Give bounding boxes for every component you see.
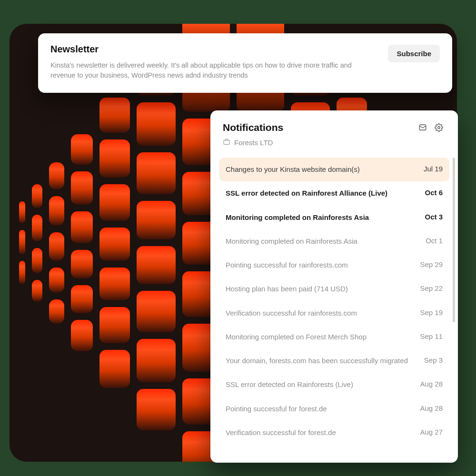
notification-message: Hosting plan has been paid (714 USD) <box>226 284 412 294</box>
notifications-list: Changes to your Kinsta website domain(s)… <box>219 158 449 445</box>
notification-message: Verification successful for rainforests.… <box>226 308 412 318</box>
notifications-title: Notifications <box>223 122 413 133</box>
scrollbar[interactable] <box>453 158 455 457</box>
gear-icon[interactable] <box>432 121 446 134</box>
notification-item[interactable]: Pointing successful for rainforests.comS… <box>219 253 449 277</box>
notification-item[interactable]: Verification successful for rainforests.… <box>219 301 449 325</box>
svg-rect-1 <box>224 140 229 145</box>
notification-item[interactable]: Monitoring completed on Rainforests Asia… <box>219 206 449 229</box>
notification-date: Sep 19 <box>420 308 443 317</box>
notification-item[interactable]: Changes to your Kinsta website domain(s)… <box>219 158 449 181</box>
notification-date: Aug 28 <box>420 404 443 412</box>
notification-date: Oct 1 <box>426 237 443 245</box>
notification-message: Changes to your Kinsta website domain(s) <box>226 165 416 174</box>
mail-icon[interactable] <box>416 121 429 134</box>
notification-date: Sep 29 <box>420 260 443 268</box>
notification-item[interactable]: Verification successful for forest.deAug… <box>219 421 449 445</box>
newsletter-description: Kinsta's newsletter is delivered weekly.… <box>50 60 374 80</box>
notification-message: SSL error detected on Rainforests (Live) <box>226 380 412 389</box>
svg-point-0 <box>438 127 440 129</box>
notification-message: Monitoring completed on Rainforests Asia <box>226 237 418 246</box>
notification-date: Oct 3 <box>425 213 443 221</box>
notification-message: Pointing successful for rainforests.com <box>226 260 412 270</box>
newsletter-title: Newsletter <box>50 44 378 55</box>
subscribe-button[interactable]: Subscribe <box>388 45 440 62</box>
notification-item[interactable]: Your domain, forests.com has been succes… <box>219 349 449 373</box>
notification-date: Oct 6 <box>425 188 443 197</box>
notification-message: Monitoring completed on Forest Merch Sho… <box>226 332 412 342</box>
notifications-panel: Notifications <box>210 110 458 463</box>
notification-date: Sep 3 <box>424 356 443 364</box>
notification-item[interactable]: Monitoring completed on Rainforests Asia… <box>219 229 449 253</box>
notification-message: Verification successful for forest.de <box>226 428 412 437</box>
notification-date: Aug 27 <box>420 428 443 436</box>
notification-date: Aug 28 <box>420 380 443 388</box>
scrollbar-thumb[interactable] <box>453 158 455 322</box>
notification-date: Jul 19 <box>424 165 443 173</box>
notification-item[interactable]: SSL error detected on Rainforest Allianc… <box>219 181 449 205</box>
notification-item[interactable]: Hosting plan has been paid (714 USD)Sep … <box>219 277 449 301</box>
notification-date: Sep 11 <box>420 332 443 340</box>
notification-message: SSL error detected on Rainforest Allianc… <box>226 188 417 198</box>
notification-message: Monitoring completed on Rainforests Asia <box>226 213 417 222</box>
notification-message: Your domain, forests.com has been succes… <box>226 356 416 366</box>
newsletter-card: Newsletter Kinsta's newsletter is delive… <box>38 33 452 93</box>
briefcase-icon <box>223 138 230 147</box>
notification-message: Pointing successful for forest.de <box>226 404 412 414</box>
notification-item[interactable]: SSL error detected on Rainforests (Live)… <box>219 373 449 397</box>
notification-item[interactable]: Pointing successful for forest.deAug 28 <box>219 397 449 421</box>
notification-date: Sep 22 <box>420 284 443 292</box>
notification-item[interactable]: Monitoring completed on Forest Merch Sho… <box>219 325 449 349</box>
notifications-org: Forests LTD <box>234 139 273 147</box>
